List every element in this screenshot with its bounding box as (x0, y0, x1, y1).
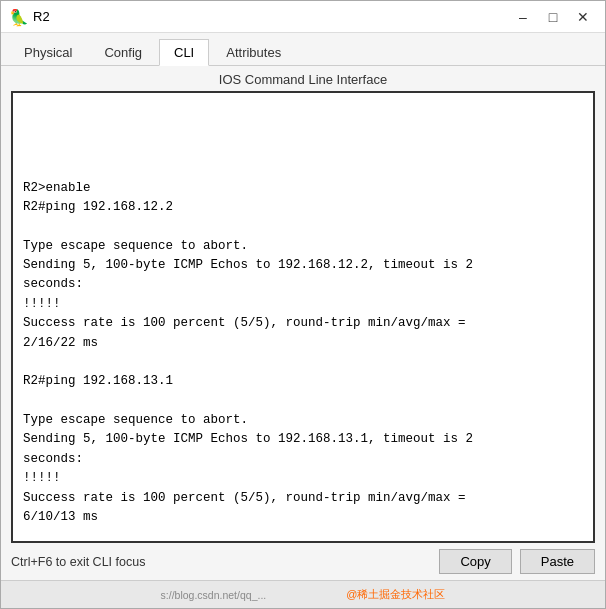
watermark-community: @稀土掘金技术社区 (346, 587, 445, 602)
cli-section-title: IOS Command Line Interface (1, 66, 605, 91)
window-controls: – □ ✕ (509, 7, 597, 27)
app-icon: 🦜 (9, 8, 27, 26)
tab-bar: Physical Config CLI Attributes (1, 33, 605, 66)
status-text: Ctrl+F6 to exit CLI focus (11, 555, 431, 569)
watermark-bar: s://blog.csdn.net/qq_... @稀土掘金技术社区 (1, 580, 605, 608)
tab-attributes[interactable]: Attributes (211, 39, 296, 65)
watermark-url: s://blog.csdn.net/qq_... (161, 589, 267, 601)
status-bar: Ctrl+F6 to exit CLI focus Copy Paste (1, 543, 605, 580)
tab-config[interactable]: Config (89, 39, 157, 65)
close-button[interactable]: ✕ (569, 7, 597, 27)
window-title: R2 (33, 9, 509, 24)
terminal-wrapper: R2>enable R2#ping 192.168.12.2 Type esca… (11, 91, 595, 543)
tab-physical[interactable]: Physical (9, 39, 87, 65)
paste-button[interactable]: Paste (520, 549, 595, 574)
terminal-output[interactable]: R2>enable R2#ping 192.168.12.2 Type esca… (13, 93, 593, 541)
title-bar: 🦜 R2 – □ ✕ (1, 1, 605, 33)
maximize-button[interactable]: □ (539, 7, 567, 27)
main-window: 🦜 R2 – □ ✕ Physical Config CLI Attribute… (0, 0, 606, 609)
minimize-button[interactable]: – (509, 7, 537, 27)
tab-cli[interactable]: CLI (159, 39, 209, 66)
copy-button[interactable]: Copy (439, 549, 511, 574)
